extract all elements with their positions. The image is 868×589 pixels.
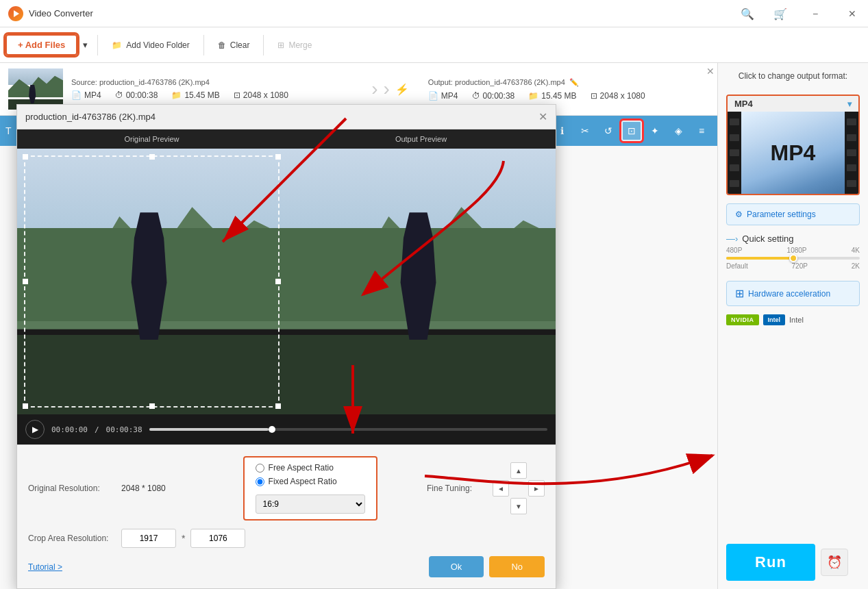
crop-width-input[interactable]	[121, 529, 176, 548]
title-search-button[interactable]: 🔍	[734, 0, 761, 27]
gpu-badges: NVIDIA Intel Intel	[726, 314, 860, 325]
file-source: Source: production_id-4763786 (2K).mp4	[71, 78, 352, 86]
no-button[interactable]: No	[489, 556, 545, 577]
rotate-button[interactable]: ↺	[598, 121, 619, 141]
fine-tune-right[interactable]: ►	[528, 480, 545, 497]
resolution-slider-area: 480P 1080P 4K Default 720P 2K	[726, 244, 860, 273]
hw-accel-icon: ⊞	[735, 287, 744, 300]
schedule-icon: ⏰	[827, 555, 842, 570]
hardware-acceleration-button[interactable]: ⊞ Hardware acceleration	[726, 281, 860, 306]
effects-button[interactable]: ✦	[645, 121, 665, 141]
minimize-button[interactable]: −	[799, 0, 831, 27]
title-cart-button[interactable]: 🛒	[767, 0, 794, 27]
clear-icon: 🗑	[218, 40, 226, 50]
clear-button[interactable]: 🗑 Clear	[211, 36, 257, 54]
main-toolbar: + Add Files ▾ 📁 Add Video Folder 🗑 Clear…	[0, 27, 868, 63]
original-res-label: Original Resolution:	[28, 484, 110, 493]
progress-bar[interactable]	[149, 428, 547, 431]
crop-window-title: production_id-4763786 (2K).mp4	[25, 112, 156, 122]
file-duration-left: ⏱ 00:00:38	[115, 90, 158, 100]
crop-settings: Original Resolution: 2048 * 1080 Free As…	[17, 444, 556, 588]
video-controls: ▶ 00:00:00 / 00:00:38	[17, 414, 556, 444]
add-folder-button[interactable]: 📁 Add Video Folder	[105, 36, 197, 54]
progress-fill	[149, 428, 269, 431]
add-files-button[interactable]: + Add Files	[5, 34, 77, 55]
merge-button[interactable]: ⊞ Merge	[271, 36, 319, 54]
original-video	[17, 149, 286, 414]
format-preview: MP4	[728, 112, 858, 194]
output-video	[286, 149, 556, 414]
resolution-icon: ⊡	[234, 90, 240, 100]
file-info-left: Source: production_id-4763786 (2K).mp4 📄…	[71, 78, 352, 100]
right-arrow-icon-2: ›	[384, 78, 390, 100]
bottom-row: Tutorial > Ok No	[28, 556, 545, 577]
format-icon: 📄	[71, 90, 82, 100]
intel-logo: Intel	[763, 314, 786, 325]
close-button[interactable]: ✕	[836, 0, 868, 27]
aspect-ratio-select[interactable]: 16:9 4:3 1:1	[256, 494, 365, 514]
folder-icon: 📁	[112, 40, 122, 50]
run-row: Run ⏰	[726, 544, 860, 581]
format-box[interactable]: MP4 ▾	[726, 95, 860, 195]
format-mp4-label: MP4	[771, 140, 816, 166]
fine-tune-down[interactable]: ▼	[510, 498, 527, 514]
fixed-aspect-radio[interactable]: Fixed Aspect Ratio	[256, 477, 365, 486]
arrow-section: › › ⚡	[360, 78, 420, 100]
aspect-ratio-group: Free Aspect Ratio Fixed Aspect Ratio 16:…	[256, 463, 365, 514]
progress-dot	[269, 426, 275, 433]
format-icon-right: 📄	[428, 91, 438, 101]
play-button[interactable]: ▶	[25, 420, 45, 439]
crop-window-close-button[interactable]: ✕	[538, 110, 547, 123]
crop-height-input[interactable]	[190, 529, 245, 548]
ok-button[interactable]: Ok	[429, 556, 484, 577]
subtitle-edit-button[interactable]: ≡	[691, 121, 712, 141]
free-aspect-radio[interactable]: Free Aspect Ratio	[256, 463, 365, 473]
output-video-bg	[286, 149, 556, 414]
lightning-icon: ⚡	[395, 83, 409, 96]
app-logo	[8, 6, 23, 21]
toolbar-divider-3	[263, 35, 264, 55]
quick-setting-icon: —›	[726, 234, 738, 244]
crop-area-row: Crop Area Resolution: *	[28, 529, 545, 548]
preview-videos	[17, 149, 556, 414]
format-box-header: MP4 ▾	[728, 96, 858, 112]
action-buttons: Ok No	[429, 556, 545, 577]
slider-track[interactable]	[726, 257, 860, 260]
fine-tuning-controls: ▲ ◄ ► ▼	[493, 462, 545, 514]
parameter-settings-button[interactable]: ⚙ Parameter settings	[726, 203, 860, 225]
folder-size-icon-right: 📁	[528, 91, 538, 101]
edit-output-icon[interactable]: ✏️	[569, 78, 579, 87]
clock-icon: ⏱	[115, 90, 123, 100]
time-current: 00:00:00	[51, 425, 88, 434]
cut-button[interactable]: ✂	[575, 121, 595, 141]
folder-size-icon: 📁	[171, 90, 182, 100]
content-area: Source: production_id-4763786 (2K).mp4 📄…	[0, 63, 717, 589]
app-window: Video Converter 🔍 🛒 − ✕ + Add Files ▾ 📁 …	[0, 0, 868, 589]
intel-label: Intel	[789, 316, 804, 324]
fine-tune-up[interactable]: ▲	[510, 462, 527, 479]
right-arrow-icon: ›	[371, 78, 377, 100]
run-button[interactable]: Run	[726, 544, 815, 581]
slider-labels-top: 480P 1080P 4K	[726, 247, 860, 254]
slider-labels-bottom: Default 720P 2K	[726, 262, 860, 270]
watermark-button[interactable]: ◈	[668, 121, 689, 141]
tutorial-link[interactable]: Tutorial >	[28, 562, 62, 572]
add-files-dropdown[interactable]: ▾	[80, 36, 90, 54]
preview-labels: Original Preview Output Preview	[17, 129, 556, 149]
aspect-ratio-box: Free Aspect Ratio Fixed Aspect Ratio 16:…	[243, 456, 377, 521]
quick-setting-section: —› Quick setting 480P 1080P 4K Default	[726, 234, 860, 273]
merge-icon: ⊞	[277, 40, 284, 50]
file-meta-right: 📄 MP4 ⏱ 00:00:38 📁 15.45 MB	[428, 91, 709, 101]
schedule-button[interactable]: ⏰	[821, 549, 848, 576]
title-bar: Video Converter 🔍 🛒 − ✕	[0, 0, 868, 27]
original-res-value: 2048 * 1080	[121, 484, 166, 493]
file-size-left: 📁 15.45 MB	[171, 90, 219, 100]
file-duration-right: ⏱ 00:00:38	[472, 91, 515, 101]
file-meta-left: 📄 MP4 ⏱ 00:00:38 📁 15.45 MB	[71, 90, 352, 100]
resolution-icon-right: ⊡	[591, 91, 597, 101]
fine-tune-left[interactable]: ◄	[493, 480, 509, 497]
crop-area-label: Crop Area Resolution:	[28, 534, 110, 543]
crop-button[interactable]: ⊡	[621, 121, 642, 141]
file-close-button[interactable]: ✕	[706, 66, 715, 77]
slider-thumb[interactable]	[789, 254, 797, 262]
